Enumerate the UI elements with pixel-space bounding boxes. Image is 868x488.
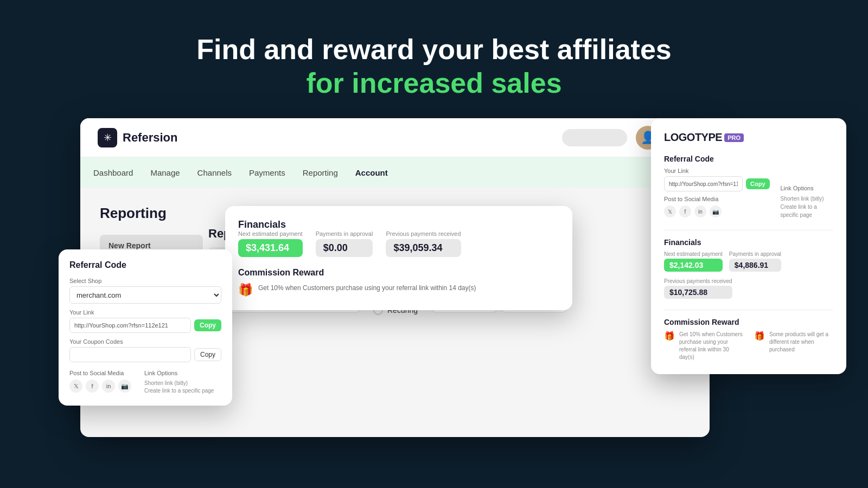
logotype-commission-section: Commission Reward 🎁 Get 10% when Custome… <box>664 310 833 361</box>
logotype-financials-title: Financials <box>664 238 833 247</box>
referral-card-title: Referral Code <box>69 260 221 270</box>
nav-item-channels[interactable]: Channels <box>197 168 232 177</box>
post-social-col: Post to Social Media 𝕏 f in 📷 <box>69 370 131 395</box>
financials-title: Financials <box>238 219 559 230</box>
amount-previous: Previous payments received $39,059.34 <box>386 230 461 257</box>
logotype-social-icons: 𝕏 f in 📷 <box>664 206 770 217</box>
post-social-label: Post to Social Media <box>69 370 131 376</box>
main-nav: Dashboard Manage Channels Payments Repor… <box>80 157 710 188</box>
logotype-commission-text-2: Some products will get a different rate … <box>769 331 833 354</box>
logotype-previous: Previous payments received $10,725.88 <box>664 278 732 299</box>
logotype-link-options-text: Shorten link (bitly) Create link to a sp… <box>781 195 834 219</box>
logotype-social-label: Post to Social Media <box>664 196 770 202</box>
logotype-copy-button[interactable]: Copy <box>746 178 770 189</box>
hero-section: Find and reward your best affiliates for… <box>0 0 868 117</box>
link-row: Copy <box>69 318 221 333</box>
logotype-linkedin-icon[interactable]: in <box>694 206 706 217</box>
amount-next-payment: Next estimated payment $3,431.64 <box>238 230 303 257</box>
nav-item-manage[interactable]: Manage <box>150 168 180 177</box>
logotype-financials-amounts: Next estimated payment $2,142.03 Payment… <box>664 251 833 299</box>
nav-item-account[interactable]: Account <box>355 168 388 177</box>
coupon-label: Your Coupon Codes <box>69 338 221 345</box>
brand-name: Refersion <box>123 131 177 145</box>
logotype-link-options-col: Link Options Shorten link (bitly) Create… <box>781 155 834 219</box>
copy-link-button[interactable]: Copy <box>194 319 221 331</box>
facebook-icon[interactable]: f <box>86 380 99 393</box>
logotype-instagram-icon[interactable]: 📷 <box>710 206 722 217</box>
logotype-name: LOGOTYPE <box>664 131 722 144</box>
in-approval-value: $0.00 <box>316 239 373 257</box>
logotype-in-approval: Payments in approval $4,886.91 <box>729 251 781 272</box>
pro-badge: PRO <box>724 133 744 142</box>
gift-icon: 🎁 <box>238 283 253 297</box>
logotype-commission-item-1: 🎁 Get 10% when Customers purchase using … <box>664 331 743 361</box>
search-bar[interactable] <box>562 129 627 146</box>
nav-item-payments[interactable]: Payments <box>249 168 285 177</box>
commission-text: Get 10% when Customers purchase using yo… <box>258 283 476 293</box>
logotype-commission-row: 🎁 Get 10% when Customers purchase using … <box>664 331 833 361</box>
link-input[interactable] <box>69 318 191 333</box>
previous-value: $39,059.34 <box>386 239 461 257</box>
logotype-link-input[interactable] <box>664 176 743 191</box>
link-options-col: Link Options Shorten link (bitly) Create… <box>144 370 214 395</box>
logotype-in-approval-label: Payments in approval <box>729 251 781 257</box>
shop-select[interactable]: merchant.com <box>69 286 221 304</box>
topbar: ✳ Refersion 👤 💬 <box>80 118 710 157</box>
twitter-icon[interactable]: 𝕏 <box>69 380 82 393</box>
copy-coupon-button[interactable]: Copy <box>194 348 221 361</box>
card-referral: Referral Code Select Shop merchant.com Y… <box>59 249 232 406</box>
social-section: Post to Social Media 𝕏 f in 📷 Link Optio… <box>69 370 221 395</box>
logotype-link-options-label: Link Options <box>781 185 834 191</box>
logotype-in-approval-value: $4,886.91 <box>729 259 781 272</box>
logotype-next-payment-value: $2,142.03 <box>664 259 723 272</box>
logotype-gift-icon-1: 🎁 <box>664 331 675 341</box>
coupon-input[interactable] <box>69 347 191 362</box>
in-approval-label: Payments in approval <box>316 230 373 237</box>
hero-title: Find and reward your best affiliates <box>0 33 868 66</box>
coupon-row: Copy <box>69 347 221 362</box>
financials-amounts: Next estimated payment $3,431.64 Payment… <box>238 230 559 257</box>
card-logotype: LOGOTYPE PRO Referral Code Your Link Cop… <box>651 118 846 374</box>
logotype-link-label: Your Link <box>664 168 770 174</box>
link-options-label: Link Options <box>144 370 214 376</box>
select-shop-label: Select Shop <box>69 278 221 284</box>
logotype-grid: Referral Code Your Link Copy Post to Soc… <box>664 155 833 361</box>
amount-in-approval: Payments in approval $0.00 <box>316 230 373 257</box>
card-financials: Financials Next estimated payment $3,431… <box>225 206 572 310</box>
commission-title: Commission Reward <box>238 268 559 278</box>
logotype-commission-title: Commission Reward <box>664 318 833 326</box>
logotype-gift-icon-2: 🎁 <box>754 331 765 341</box>
logotype-header: LOGOTYPE PRO <box>664 131 833 144</box>
logotype-previous-label: Previous payments received <box>664 278 732 284</box>
social-icons: 𝕏 f in 📷 <box>69 380 131 393</box>
logotype-link-row: Copy <box>664 176 770 191</box>
logotype-previous-value: $10,725.88 <box>664 286 732 299</box>
next-payment-value: $3,431.64 <box>238 239 303 257</box>
hero-subtitle: for increased sales <box>0 66 868 100</box>
logotype-commission-text-1: Get 10% when Customers purchase using yo… <box>679 331 743 361</box>
your-link-label: Your Link <box>69 309 221 316</box>
logotype-facebook-icon[interactable]: f <box>679 206 691 217</box>
linkedin-icon[interactable]: in <box>102 380 115 393</box>
logotype-commission-item-2: 🎁 Some products will get a different rat… <box>754 331 833 361</box>
link-options-text: Shorten link (bitly) Create link to a sp… <box>144 380 214 395</box>
nav-links: Dashboard Manage Channels Payments Repor… <box>93 168 388 177</box>
commission-item: 🎁 Get 10% when Customers purchase using … <box>238 283 559 297</box>
logo-icon: ✳ <box>98 128 117 147</box>
logotype-referral-col: Referral Code Your Link Copy Post to Soc… <box>664 155 770 219</box>
previous-label: Previous payments received <box>386 230 461 237</box>
nav-item-dashboard[interactable]: Dashboard <box>93 168 133 177</box>
logotype-next-payment: Next estimated payment $2,142.03 <box>664 251 723 272</box>
nav-item-reporting[interactable]: Reporting <box>303 168 338 177</box>
logo-area: ✳ Refersion <box>98 128 177 147</box>
instagram-icon[interactable]: 📷 <box>118 380 131 393</box>
next-payment-label: Next estimated payment <box>238 230 303 237</box>
logotype-next-payment-label: Next estimated payment <box>664 251 723 257</box>
logotype-financials-col: Financials Next estimated payment $2,142… <box>664 230 833 299</box>
logotype-referral-title: Referral Code <box>664 155 770 163</box>
logotype-twitter-icon[interactable]: 𝕏 <box>664 206 676 217</box>
